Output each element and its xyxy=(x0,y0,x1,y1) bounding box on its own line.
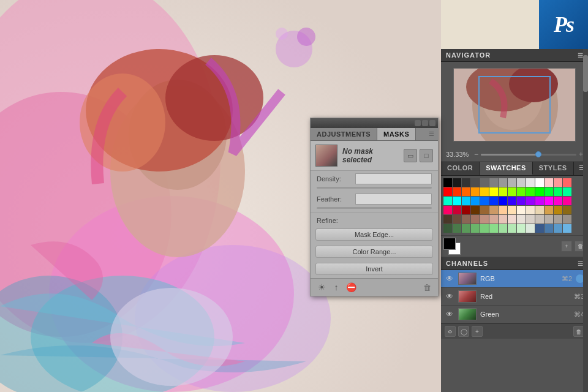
channels-new-icon[interactable]: + xyxy=(472,326,483,337)
swatch-cell[interactable] xyxy=(535,178,544,187)
swatch-cell[interactable] xyxy=(443,215,452,224)
feather-input[interactable] xyxy=(355,194,432,205)
swatch-cell[interactable] xyxy=(535,197,544,205)
tab-color[interactable]: COLOR xyxy=(441,162,480,175)
swatch-cell[interactable] xyxy=(554,197,562,205)
swatch-cell[interactable] xyxy=(526,206,535,214)
swatch-cell[interactable] xyxy=(526,215,535,224)
adj-panel-options[interactable]: ☰ xyxy=(425,128,438,140)
swatch-cell[interactable] xyxy=(554,187,562,196)
swatch-cell[interactable] xyxy=(499,197,507,205)
channel-eye-rgb[interactable]: 👁 xyxy=(445,274,454,284)
new-swatch-icon[interactable]: + xyxy=(561,241,572,252)
zoom-in-icon[interactable]: + xyxy=(579,150,583,159)
swatch-cell[interactable] xyxy=(489,224,498,233)
swatch-cell[interactable] xyxy=(489,187,498,196)
swatch-cell[interactable] xyxy=(499,187,507,196)
channels-save-icon[interactable]: ◯ xyxy=(458,326,469,337)
swatch-cell[interactable] xyxy=(480,178,489,187)
channel-eye-green[interactable]: 👁 xyxy=(445,309,454,319)
swatch-cell[interactable] xyxy=(545,224,553,233)
pixel-mask-btn[interactable]: ▭ xyxy=(404,149,417,162)
swatch-cell[interactable] xyxy=(526,178,535,187)
swatch-cell[interactable] xyxy=(480,206,489,214)
swatch-cell[interactable] xyxy=(545,206,553,214)
swatch-cell[interactable] xyxy=(462,224,470,233)
swatch-cell[interactable] xyxy=(453,187,461,196)
swatch-cell[interactable] xyxy=(545,197,553,205)
swatch-cell[interactable] xyxy=(535,224,544,233)
swatch-cell[interactable] xyxy=(489,197,498,205)
swatch-cell[interactable] xyxy=(517,215,526,224)
swatch-cell[interactable] xyxy=(554,178,562,187)
swatch-cell[interactable] xyxy=(508,178,516,187)
swatch-cell[interactable] xyxy=(563,215,571,224)
swatch-cell[interactable] xyxy=(499,178,507,187)
swatch-cell[interactable] xyxy=(499,206,507,214)
swatch-cell[interactable] xyxy=(443,206,452,214)
swatch-cell[interactable] xyxy=(499,224,507,233)
swatch-cell[interactable] xyxy=(517,197,526,205)
zoom-slider[interactable] xyxy=(481,154,576,156)
swatch-cell[interactable] xyxy=(489,178,498,187)
swatch-cell[interactable] xyxy=(517,187,526,196)
swatch-cell[interactable] xyxy=(462,197,470,205)
swatch-cell[interactable] xyxy=(471,197,480,205)
swatch-cell[interactable] xyxy=(480,187,489,196)
swatch-cell[interactable] xyxy=(453,206,461,214)
swatch-cell[interactable] xyxy=(508,197,516,205)
swatch-cell[interactable] xyxy=(563,224,571,233)
swatch-cell[interactable] xyxy=(526,187,535,196)
invert-button[interactable]: Invert xyxy=(315,263,433,275)
swatch-cell[interactable] xyxy=(535,187,544,196)
swatch-cell[interactable] xyxy=(563,178,571,187)
swatch-cell[interactable] xyxy=(471,224,480,233)
swatch-cell[interactable] xyxy=(462,178,470,187)
adj-minimize-btn[interactable] xyxy=(415,120,421,126)
swatch-cell[interactable] xyxy=(453,197,461,205)
swatch-cell[interactable] xyxy=(480,224,489,233)
swatch-cell[interactable] xyxy=(508,206,516,214)
panel-scrollbar[interactable] xyxy=(583,49,588,392)
swatch-cell[interactable] xyxy=(563,197,571,205)
adj-no-entry-icon[interactable]: ⛔ xyxy=(345,281,357,293)
mask-edge-button[interactable]: Mask Edge... xyxy=(315,228,433,241)
swatch-cell[interactable] xyxy=(517,224,526,233)
swatch-cell[interactable] xyxy=(480,197,489,205)
adj-maximize-btn[interactable] xyxy=(422,120,428,126)
swatch-cell[interactable] xyxy=(453,224,461,233)
swatch-cell[interactable] xyxy=(545,178,553,187)
channel-row-red[interactable]: 👁 Red ⌘3 xyxy=(441,288,588,306)
swatch-cell[interactable] xyxy=(517,178,526,187)
swatch-cell[interactable] xyxy=(453,215,461,224)
swatch-cell[interactable] xyxy=(535,206,544,214)
swatch-cell[interactable] xyxy=(443,187,452,196)
channel-row-green[interactable]: 👁 Green ⌘4 xyxy=(441,306,588,323)
adj-sun-icon[interactable]: ☀ xyxy=(315,281,328,293)
swatch-cell[interactable] xyxy=(471,215,480,224)
swatch-cell[interactable] xyxy=(554,215,562,224)
channels-options-icon[interactable]: ☰ xyxy=(578,260,584,267)
swatch-cell[interactable] xyxy=(545,187,553,196)
channels-marquee-icon[interactable]: ⭘ xyxy=(445,326,456,337)
vector-mask-btn[interactable]: □ xyxy=(420,149,433,162)
tab-masks[interactable]: MASKS xyxy=(377,128,416,140)
swatch-cell[interactable] xyxy=(471,178,480,187)
channel-eye-red[interactable]: 👁 xyxy=(445,292,454,301)
zoom-out-icon[interactable]: − xyxy=(474,150,478,159)
swatch-cell[interactable] xyxy=(471,187,480,196)
swatch-cell[interactable] xyxy=(489,215,498,224)
swatch-cell[interactable] xyxy=(554,206,562,214)
tab-adjustments[interactable]: ADJUSTMENTS xyxy=(311,128,377,140)
tab-styles[interactable]: STYLES xyxy=(533,162,574,175)
density-input[interactable] xyxy=(355,173,432,184)
swatch-cell[interactable] xyxy=(563,206,571,214)
swatch-cell[interactable] xyxy=(508,215,516,224)
adj-arrow-icon[interactable]: ↑ xyxy=(330,281,342,293)
swatch-cell[interactable] xyxy=(554,224,562,233)
channel-row-rgb[interactable]: 👁 RGB ⌘2 xyxy=(441,270,588,288)
swatch-cell[interactable] xyxy=(526,197,535,205)
adj-trash-icon[interactable]: 🗑 xyxy=(421,281,433,293)
swatch-cell[interactable] xyxy=(535,215,544,224)
swatch-cell[interactable] xyxy=(471,206,480,214)
